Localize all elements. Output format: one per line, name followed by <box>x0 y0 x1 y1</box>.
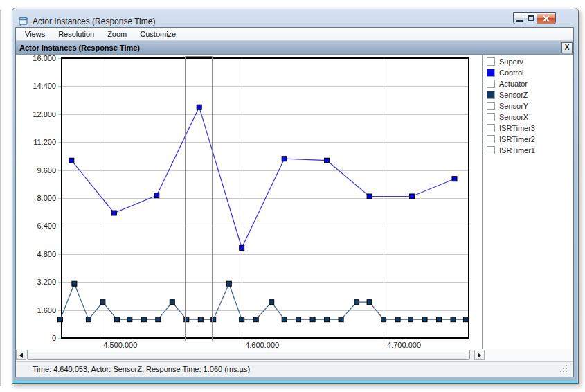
data-point-marker[interactable] <box>367 194 372 199</box>
data-point-marker[interactable] <box>72 281 77 286</box>
menu-bar: ViewsResolutionZoomCustomize <box>16 28 573 41</box>
legend-swatch-superv[interactable] <box>487 57 495 66</box>
x-tick-label: 4.600.000 <box>245 341 279 349</box>
y-tick-label: 3.200 <box>37 278 56 286</box>
legend-item-superv[interactable]: Superv <box>483 56 573 67</box>
data-point-marker[interactable] <box>282 317 287 322</box>
legend-label: SensorY <box>499 102 528 110</box>
x-tick-label: 4.700.000 <box>387 341 421 349</box>
panel-title: Actor Instances (Response Time) <box>19 44 140 52</box>
data-point-marker[interactable] <box>141 317 146 322</box>
y-tick-label: 1.600 <box>37 306 56 314</box>
legend-item-sensorz[interactable]: SensorZ <box>483 89 573 100</box>
data-point-marker[interactable] <box>437 317 442 322</box>
legend-swatch-sensory[interactable] <box>487 102 495 110</box>
y-tick-label: 0 <box>52 334 56 342</box>
data-point-marker[interactable] <box>408 317 413 322</box>
data-point-marker[interactable] <box>325 317 330 322</box>
resize-grip-icon[interactable] <box>559 364 568 373</box>
data-point-marker[interactable] <box>154 193 159 198</box>
close-button[interactable] <box>537 12 556 24</box>
legend-swatch-control[interactable] <box>487 69 495 77</box>
series-control <box>69 105 457 250</box>
scroll-right-button[interactable] <box>474 350 485 360</box>
data-point-marker[interactable] <box>325 158 330 163</box>
legend-swatch-sensorz[interactable] <box>487 91 495 99</box>
legend-swatch-isrtimer2[interactable] <box>487 135 495 143</box>
data-point-marker[interactable] <box>114 317 119 322</box>
response-time-chart[interactable]: 01.6003.2004.8006.4008.0009.60011.20012.… <box>16 55 482 350</box>
right-arrow-icon <box>478 353 484 358</box>
data-point-marker[interactable] <box>296 317 301 322</box>
horizontal-scrollbar[interactable] <box>16 350 485 360</box>
window-frame-accent <box>13 381 577 383</box>
legend-item-isrtimer2[interactable]: ISRTimer2 <box>483 134 573 145</box>
chart-grid <box>58 58 469 344</box>
data-point-marker[interactable] <box>367 300 372 305</box>
legend-swatch-sensorx[interactable] <box>487 113 495 121</box>
legend-swatch-isrtimer1[interactable] <box>487 146 495 154</box>
data-point-marker[interactable] <box>156 317 161 322</box>
maximize-button[interactable] <box>525 12 537 24</box>
menu-item-zoom[interactable]: Zoom <box>101 30 134 38</box>
data-point-marker[interactable] <box>240 317 244 322</box>
legend-item-isrtimer3[interactable]: ISRTimer3 <box>483 123 573 134</box>
title-bar: Actor Instances (Response Time) <box>12 8 578 27</box>
y-tick-label: 16.000 <box>33 55 56 62</box>
minimize-icon <box>516 20 523 22</box>
legend-label: ISRTimer2 <box>499 135 535 143</box>
y-tick-label: 12.800 <box>33 110 56 118</box>
scroll-left-button[interactable] <box>16 350 26 360</box>
legend-panel: SupervControlActuatorSensorZSensorYSenso… <box>483 55 573 349</box>
data-point-marker[interactable] <box>127 317 132 322</box>
main-content: 01.6003.2004.8006.4008.0009.60011.20012.… <box>16 55 573 349</box>
screen-edge-line <box>0 10 1 386</box>
data-point-marker[interactable] <box>58 317 63 322</box>
data-point-marker[interactable] <box>410 194 415 199</box>
y-tick-label: 6.400 <box>37 222 56 230</box>
data-point-marker[interactable] <box>451 317 456 322</box>
legend-item-actuator[interactable]: Actuator <box>483 78 573 89</box>
legend-item-isrtimer1[interactable]: ISRTimer1 <box>483 145 573 156</box>
status-text: Time: 4.640.053, Actor: SensorZ, Respons… <box>33 365 250 373</box>
data-point-marker[interactable] <box>100 300 105 305</box>
legend-item-sensory[interactable]: SensorY <box>483 100 573 112</box>
data-point-marker[interactable] <box>226 281 231 286</box>
data-point-marker[interactable] <box>253 317 258 322</box>
panel-close-button[interactable]: X <box>561 42 573 53</box>
menu-item-views[interactable]: Views <box>19 30 52 38</box>
data-point-marker[interactable] <box>310 317 315 322</box>
data-point-marker[interactable] <box>197 105 201 109</box>
legend-label: SensorX <box>499 113 528 121</box>
data-point-marker[interactable] <box>269 300 274 305</box>
legend-label: ISRTimer1 <box>499 146 535 154</box>
data-point-marker[interactable] <box>198 317 203 322</box>
data-point-marker[interactable] <box>86 317 91 322</box>
status-bar: Time: 4.640.053, Actor: SensorZ, Respons… <box>16 361 573 377</box>
data-point-marker[interactable] <box>282 157 287 161</box>
menu-item-customize[interactable]: Customize <box>134 30 183 38</box>
legend-swatch-actuator[interactable] <box>487 80 495 88</box>
legend-swatch-isrtimer3[interactable] <box>487 124 495 132</box>
data-point-marker[interactable] <box>354 300 359 305</box>
legend-item-control[interactable]: Control <box>483 67 573 78</box>
data-point-marker[interactable] <box>463 317 468 322</box>
minimize-button[interactable] <box>513 12 525 24</box>
left-arrow-icon <box>17 353 23 358</box>
y-tick-label: 8.000 <box>37 194 56 202</box>
legend-item-sensorx[interactable]: SensorX <box>483 112 573 123</box>
y-tick-label: 14.400 <box>33 82 56 90</box>
data-point-marker[interactable] <box>422 317 427 322</box>
data-point-marker[interactable] <box>339 317 343 322</box>
axis-tick-labels: 01.6003.2004.8006.4008.0009.60011.20012.… <box>33 55 421 349</box>
data-point-marker[interactable] <box>395 317 400 322</box>
data-point-marker[interactable] <box>170 300 174 305</box>
data-point-marker[interactable] <box>381 317 386 322</box>
data-point-marker[interactable] <box>69 158 74 163</box>
data-point-marker[interactable] <box>240 246 244 251</box>
data-point-marker[interactable] <box>452 177 457 181</box>
scrollbar-thumb[interactable] <box>27 350 470 360</box>
menu-item-resolution[interactable]: Resolution <box>52 30 101 38</box>
data-point-marker[interactable] <box>111 211 116 215</box>
app-icon[interactable] <box>18 16 28 26</box>
